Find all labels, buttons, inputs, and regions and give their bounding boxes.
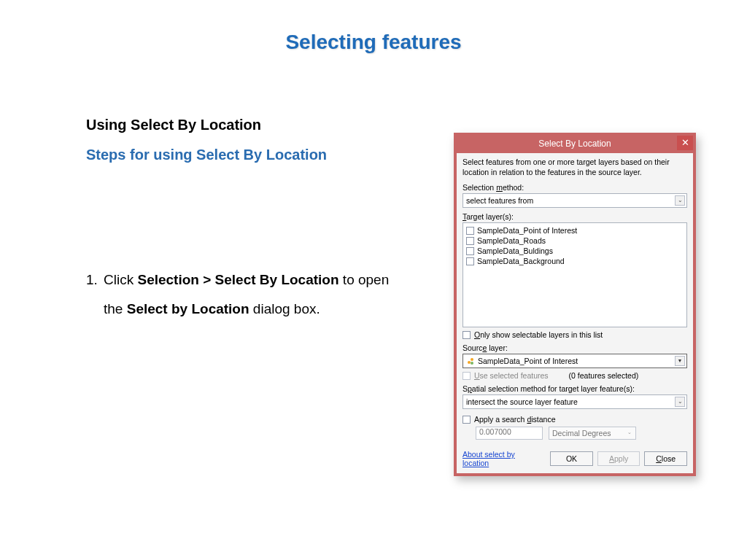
close-button[interactable]: ✕ bbox=[677, 136, 693, 150]
use-selected-label: Use selected features bbox=[474, 371, 549, 380]
layer-row[interactable]: SampleData_Point of Interest bbox=[466, 225, 684, 236]
source-layer-value: SampleData_Point of Interest bbox=[478, 357, 578, 365]
step1-e: dialog box. bbox=[249, 301, 320, 316]
target-layers-listbox[interactable]: SampleData_Point of Interest SampleData_… bbox=[462, 222, 687, 327]
about-link[interactable]: About select by location bbox=[462, 450, 541, 467]
svg-point-2 bbox=[471, 362, 473, 365]
step1-a: Click bbox=[104, 272, 137, 287]
layer-row[interactable]: SampleData_Buldings bbox=[466, 246, 684, 256]
layer-label: SampleData_Buldings bbox=[477, 246, 553, 256]
step-1: 1. Click Selection > Select By Location … bbox=[86, 265, 400, 324]
checkbox-icon bbox=[462, 372, 471, 380]
t: Sourc bbox=[462, 343, 482, 352]
close-button-footer[interactable]: Close bbox=[644, 451, 687, 466]
t: Apply a search bbox=[474, 415, 527, 424]
t: pply bbox=[614, 454, 628, 463]
use-selected-row: Use selected features (0 features select… bbox=[462, 371, 687, 380]
heading-using: Using Select By Location bbox=[86, 117, 400, 133]
layer-row[interactable]: SampleData_Background bbox=[466, 256, 684, 266]
checkbox-icon[interactable] bbox=[462, 416, 471, 424]
left-content: Using Select By Location Steps for using… bbox=[86, 117, 400, 324]
svg-point-1 bbox=[471, 358, 473, 361]
step1-b: Selection > Select By Location bbox=[137, 272, 338, 287]
t: U bbox=[474, 371, 480, 380]
step-number: 1. bbox=[86, 265, 104, 324]
step1-d: Select by Location bbox=[127, 301, 249, 316]
only-selectable-checkbox[interactable]: Only show selectable layers in this list bbox=[462, 330, 687, 339]
dialog-description: Select features from one or more target … bbox=[462, 158, 687, 177]
dialog-titlebar[interactable]: Select By Location ✕ bbox=[457, 136, 693, 153]
close-icon: ✕ bbox=[681, 137, 689, 148]
layer-label: SampleData_Background bbox=[477, 256, 565, 266]
svg-point-0 bbox=[468, 361, 471, 364]
source-layer-label: Source layer: bbox=[462, 343, 687, 352]
chevron-down-icon: ⌄ bbox=[675, 195, 685, 206]
selection-method-combo[interactable]: select features from ⌄ bbox=[462, 193, 687, 208]
t: A bbox=[609, 454, 614, 463]
distance-row: 0.007000 Decimal Degrees ⌄ bbox=[476, 427, 687, 440]
layer-label: SampleData_Roads bbox=[477, 236, 546, 246]
apply-distance-label: Apply a search distance bbox=[474, 415, 556, 424]
chevron-down-icon: ⌄ bbox=[625, 428, 634, 437]
apply-button: Apply bbox=[597, 451, 640, 466]
source-layer-combo[interactable]: SampleData_Point of Interest ▼ bbox=[462, 354, 687, 368]
checkbox-icon[interactable] bbox=[466, 247, 474, 255]
chevron-down-icon: ▼ bbox=[675, 356, 685, 366]
features-selected-count: (0 features selected) bbox=[569, 371, 639, 380]
t: Selection bbox=[462, 183, 496, 192]
use-selected-checkbox: Use selected features bbox=[462, 371, 549, 380]
step-text: Click Selection > Select By Location to … bbox=[104, 265, 400, 324]
checkbox-icon[interactable] bbox=[466, 257, 474, 265]
t: atial selection method for target layer … bbox=[472, 384, 635, 393]
layer-row[interactable]: SampleData_Roads bbox=[466, 236, 684, 246]
only-label: Only show selectable layers in this list bbox=[474, 330, 603, 339]
chevron-down-icon: ⌄ bbox=[675, 397, 685, 407]
t: istance bbox=[531, 415, 555, 424]
spatial-method-combo[interactable]: intersect the source layer feature ⌄ bbox=[462, 394, 687, 409]
t: layer: bbox=[487, 343, 508, 352]
distance-units-value: Decimal Degrees bbox=[552, 429, 611, 438]
t: lose bbox=[662, 454, 676, 463]
t: S bbox=[462, 384, 468, 393]
t: m bbox=[496, 183, 503, 192]
page-title: Selecting features bbox=[0, 0, 747, 54]
dialog-footer: About select by location OK Apply Close bbox=[462, 450, 687, 467]
heading-steps: Steps for using Select By Location bbox=[86, 147, 400, 163]
distance-input[interactable]: 0.007000 bbox=[476, 427, 543, 440]
select-by-location-dialog: Select By Location ✕ Select features fro… bbox=[454, 133, 696, 476]
t: nly show selectable layers in this list bbox=[480, 330, 603, 339]
target-layers-label: Target layer(s): bbox=[462, 212, 687, 221]
spatial-method-value: intersect the source layer feature bbox=[466, 397, 578, 406]
t: C bbox=[656, 454, 662, 463]
selection-method-value: select features from bbox=[466, 196, 533, 205]
ok-button[interactable]: OK bbox=[550, 451, 593, 466]
t: se selected features bbox=[480, 371, 549, 380]
t: O bbox=[474, 330, 480, 339]
checkbox-icon[interactable] bbox=[466, 227, 474, 235]
point-layer-icon bbox=[466, 357, 475, 365]
t: ethod: bbox=[503, 183, 524, 192]
layer-label: SampleData_Point of Interest bbox=[477, 225, 577, 236]
apply-distance-checkbox[interactable]: Apply a search distance bbox=[462, 415, 687, 424]
distance-units-combo[interactable]: Decimal Degrees ⌄ bbox=[549, 427, 636, 440]
dialog-title: Select By Location bbox=[538, 139, 611, 149]
t: arget layer(s): bbox=[466, 212, 514, 221]
checkbox-icon[interactable] bbox=[462, 331, 471, 339]
selection-method-label: Selection method: bbox=[462, 183, 687, 192]
spatial-method-label: Spatial selection method for target laye… bbox=[462, 384, 687, 393]
checkbox-icon[interactable] bbox=[466, 237, 474, 245]
